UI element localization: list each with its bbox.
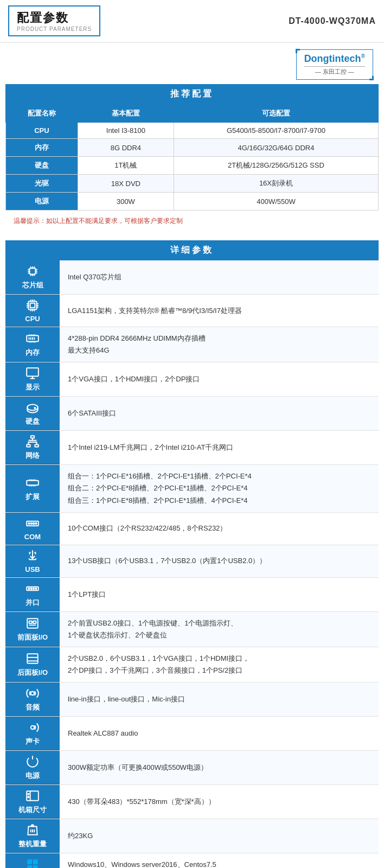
svg-point-17 xyxy=(31,522,33,524)
detail-content-text: LGA1151架构，支持英特尔® 酷睿™8/9代I3/I5/I7处理器 xyxy=(68,305,370,317)
detail-icon-label: 音频 xyxy=(25,703,40,712)
svg-rect-2 xyxy=(30,303,35,308)
rec-section-header: 推荐配置 xyxy=(5,84,379,104)
parallel-icon xyxy=(25,581,40,596)
svg-rect-14 xyxy=(27,480,39,485)
detail-content-text: Intel Q370芯片组 xyxy=(68,271,370,283)
logo-corner-tl xyxy=(296,49,300,53)
rec-row: 内存 8G DDR4 4G/16G/32G/64G DDR4 xyxy=(6,139,379,157)
detail-row: 内存 4*288-pin DDR4 2666MHz UDIMM内存插槽最大支持6… xyxy=(5,327,379,362)
detail-icon-cell: 机箱尺寸 xyxy=(5,785,60,819)
detail-content: Realtek ALC887 audio xyxy=(60,717,379,750)
detail-section: 详细参数 芯片组 Intel Q370芯片组 CPU LGA1151架构，支持英… xyxy=(5,240,379,868)
audio-icon xyxy=(25,686,40,701)
svg-point-22 xyxy=(31,588,32,589)
detail-icon-label: 整机重量 xyxy=(18,839,47,849)
logo-brand-text: Dongtintech xyxy=(304,53,361,64)
rec-row: CPU Intel I3-8100 G5400/I5-8500/I7-8700/… xyxy=(6,123,379,139)
rec-row-name: 硬盘 xyxy=(6,157,78,175)
detail-content: 组合一：1个PCI-E*16插槽、2个PCI-E*1插槽、2个PCI-E*4组合… xyxy=(60,465,379,512)
detail-content: Windows10、Windows server2016、Centos7.5Ub… xyxy=(60,853,379,868)
detail-icon-label: 声卡 xyxy=(25,737,40,746)
detail-row: 机箱尺寸 430（带耳朵483）*552*178mm（宽*深*高）） xyxy=(5,785,379,819)
svg-point-33 xyxy=(31,726,35,730)
detail-content-text: Windows10、Windows server2016、Centos7.5Ub… xyxy=(68,859,370,868)
logo-brand: Dongtintech® xyxy=(304,53,365,65)
svg-rect-8 xyxy=(27,368,39,376)
svg-rect-43 xyxy=(27,865,32,868)
detail-icon-cell: 扩展 xyxy=(5,465,60,512)
rec-row-optional: 4G/16G/32G/64G DDR4 xyxy=(174,139,378,157)
header: 配置参数 PRODUCT PARAMETERS DT-4000-WQ370MA xyxy=(0,0,384,43)
rec-row-name: CPU xyxy=(6,123,78,139)
detail-icon-label: 机箱尺寸 xyxy=(18,805,47,815)
svg-point-37 xyxy=(28,796,29,797)
svg-rect-27 xyxy=(33,621,36,623)
detail-icon-cell: 整机重量 xyxy=(5,819,60,853)
svg-point-19 xyxy=(35,522,37,524)
detail-row: 电源 300W额定功率（可更换400W或550W电源） xyxy=(5,751,379,785)
recommended-section: 推荐配置 配置名称 基本配置 可选配置 CPU Intel I3-8100 G5… xyxy=(5,84,379,236)
detail-content: 10个COM接口（2个RS232/422/485，8个RS232） xyxy=(60,513,379,545)
rec-row-name: 电源 xyxy=(6,193,78,210)
logo-reg: ® xyxy=(361,53,365,59)
detail-row: COM 10个COM接口（2个RS232/422/485，8个RS232） xyxy=(5,513,379,545)
detail-icon-label: 芯片组 xyxy=(22,280,43,290)
detail-content: 4*288-pin DDR4 2666MHz UDIMM内存插槽最大支持64G xyxy=(60,327,379,362)
expand-icon xyxy=(25,475,40,490)
detail-row: 显示 1个VGA接口，1个HDMI接口，2个DP接口 xyxy=(5,362,379,397)
detail-icon-cell: 电源 xyxy=(5,751,60,784)
os-icon xyxy=(25,857,40,868)
detail-content-text: 2个USB2.0，6个USB3.1，1个VGA接口，1个HDMI接口，2个DP接… xyxy=(68,653,370,676)
detail-content: 6个SATAIII接口 xyxy=(60,397,379,430)
detail-icon-label: COM xyxy=(24,533,41,541)
detail-icon-cell: 音频 xyxy=(5,682,60,716)
svg-rect-29 xyxy=(27,654,38,663)
detail-content: 1个VGA接口，1个HDMI接口，2个DP接口 xyxy=(60,362,379,396)
detail-row: 整机重量 约23KG xyxy=(5,819,379,853)
rec-col1: 配置名称 xyxy=(6,105,78,123)
detail-row: 扩展 组合一：1个PCI-E*16插槽、2个PCI-E*1插槽、2个PCI-E*… xyxy=(5,465,379,512)
svg-rect-42 xyxy=(33,859,38,864)
detail-content: 1个Intel i219-LM千兆网口，2个Intel i210-AT千兆网口 xyxy=(60,431,379,464)
rec-row-optional: 16X刻录机 xyxy=(174,175,378,193)
rec-row-basic: 8G DDR4 xyxy=(78,139,174,157)
hdd-icon xyxy=(25,400,40,415)
svg-point-9 xyxy=(27,405,38,411)
header-model: DT-4000-WQ370MA xyxy=(107,16,376,26)
detail-content-text: 10个COM接口（2个RS232/422/485，8个RS232） xyxy=(68,522,370,534)
detail-icon-cell: 前面板I/O xyxy=(5,612,60,647)
svg-point-23 xyxy=(33,588,34,589)
detail-content-text: 6个SATAIII接口 xyxy=(68,407,370,419)
detail-icon-cell: 内存 xyxy=(5,327,60,362)
detail-icon-label: 硬盘 xyxy=(25,417,40,426)
network-icon xyxy=(25,434,40,449)
usb-icon xyxy=(25,548,40,564)
rec-row-name: 内存 xyxy=(6,139,78,157)
chassis-icon xyxy=(25,788,40,803)
svg-point-18 xyxy=(33,522,35,524)
detail-icon-cell: 显示 xyxy=(5,362,60,396)
detail-icon-cell: 硬盘 xyxy=(5,397,60,430)
detail-content-text: 13个USB接口（6个USB3.1，7个USB2.0（内置1个USB2.0）） xyxy=(68,555,370,567)
detail-content-text: 约23KG xyxy=(68,830,370,842)
detail-row: 声卡 Realtek ALC887 audio xyxy=(5,717,379,751)
detail-content: 2个前置USB2.0接口、1个电源按键、1个电源指示灯、1个硬盘状态指示灯、2个… xyxy=(60,612,379,647)
detail-content-text: 组合一：1个PCI-E*16插槽、2个PCI-E*1插槽、2个PCI-E*4组合… xyxy=(68,470,370,506)
detail-icon-cell: 芯片组 xyxy=(5,260,60,294)
detail-content-text: 4*288-pin DDR4 2666MHz UDIMM内存插槽最大支持64G xyxy=(68,333,370,356)
detail-content: Intel Q370芯片组 xyxy=(60,260,379,294)
cpu-icon xyxy=(25,298,40,313)
detail-content: LGA1151架构，支持英特尔® 酷睿™8/9代I3/I5/I7处理器 xyxy=(60,295,379,327)
rec-col2: 基本配置 xyxy=(78,105,174,123)
detail-icon-cell: COM xyxy=(5,513,60,545)
svg-rect-11 xyxy=(31,436,35,438)
detail-content-text: line-in接口，line-out接口，Mic-in接口 xyxy=(68,693,370,705)
detail-content-text: 1个Intel i219-LM千兆网口，2个Intel i210-AT千兆网口 xyxy=(68,442,370,454)
detail-content: 1个LPT接口 xyxy=(60,578,379,611)
logo-box: Dongtintech® — 东田工控 — xyxy=(296,49,373,80)
com-icon xyxy=(25,516,40,531)
detail-icon-label: 电源 xyxy=(25,771,40,781)
rec-table: 配置名称 基本配置 可选配置 CPU Intel I3-8100 G5400/I… xyxy=(5,104,379,210)
ram-icon xyxy=(25,331,40,346)
